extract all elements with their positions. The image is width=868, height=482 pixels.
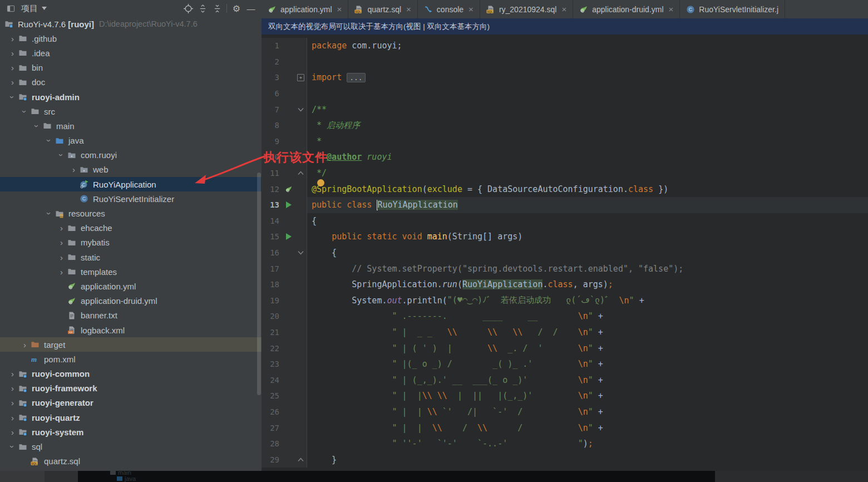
code-line-28[interactable]: 28 " ''-' `'-' `-..-' "); [262, 436, 868, 452]
gear-icon[interactable]: ⚙ [229, 2, 244, 15]
code-text[interactable]: " | (_,_).' __ ___(_ o _)' \n" + [307, 372, 868, 388]
code-line-6[interactable]: 6 [262, 86, 868, 102]
chevron-collapsed-icon[interactable]: › [7, 63, 18, 72]
code-text[interactable]: " ''-' `'-' `-..-' "); [307, 436, 868, 452]
tab-application.yml[interactable]: application.yml× [262, 0, 348, 18]
code-text[interactable]: @SpringBootApplication(exclude = { DataS… [307, 181, 868, 197]
fold-open-icon[interactable] [298, 250, 304, 255]
code-text[interactable]: " | |\\ \\ | || |(_,_)' \n" + [307, 388, 868, 404]
run-gutter-icon[interactable] [286, 201, 292, 208]
code-editor[interactable]: 1package com.ruoyi;23+import ...67/**8 *… [262, 35, 868, 468]
code-line-13[interactable]: 13public class RuoYiApplication [262, 197, 868, 213]
code-line-22[interactable]: 22 " | ( ' ) | \\ _. / ' \n" + [262, 340, 868, 356]
code-text[interactable]: * 启动程序 [307, 117, 868, 134]
tree-root-row[interactable]: RuoYi-v4.7.6 [ruoyi]D:\ideaproject\RuoYi… [0, 17, 262, 31]
code-text[interactable]: " .-------. ____ __ \n" + [307, 308, 868, 324]
tab-quartz.sql[interactable]: SQLquartz.sql× [348, 0, 417, 18]
project-panel-title[interactable]: 项目 [21, 3, 38, 14]
chevron-collapsed-icon[interactable]: › [56, 268, 67, 276]
tree-item-sql[interactable]: ›sql [0, 439, 262, 454]
chevron-down-icon[interactable] [40, 2, 48, 15]
tree-item-ruoyi-generator[interactable]: ›ruoyi-generator [0, 396, 262, 410]
tree-item-ruoyi-common[interactable]: ›ruoyi-common [0, 367, 262, 381]
tree-item-application-druid.yml[interactable]: application-druid.yml [0, 294, 262, 308]
chevron-expanded-icon[interactable]: › [21, 106, 29, 117]
code-line-23[interactable]: 23 " |(_ o _) / _( )_ .' \n" + [262, 356, 868, 372]
code-line-11[interactable]: 11 */ [262, 165, 868, 181]
code-line-1[interactable]: 1package com.ruoyi; [262, 38, 868, 54]
chevron-expanded-icon[interactable]: › [45, 135, 53, 146]
chevron-expanded-icon[interactable]: › [45, 208, 53, 219]
code-line-8[interactable]: 8 * 启动程序 [262, 117, 868, 134]
tree-item-target[interactable]: ›target [0, 337, 262, 352]
chevron-collapsed-icon[interactable]: › [7, 78, 18, 86]
locate-file-icon[interactable] [181, 2, 195, 15]
code-text[interactable]: { [307, 213, 868, 229]
code-text[interactable]: " | ( ' ) | \\ _. / ' \n" + [307, 340, 868, 356]
tree-item-.github[interactable]: ›.github [0, 31, 262, 46]
code-line-15[interactable]: 15 public static void main(String[] args… [262, 229, 868, 245]
tree-item-.idea[interactable]: ›.idea [0, 46, 262, 60]
collapse-all-icon[interactable] [210, 2, 224, 15]
close-icon[interactable]: × [337, 6, 342, 13]
code-text[interactable]: import ... [307, 70, 868, 86]
code-text[interactable]: */ [307, 165, 868, 181]
code-text[interactable] [307, 54, 868, 70]
code-text[interactable]: " | _ _ \\ \\ \\ / / \n" + [307, 324, 868, 341]
code-text[interactable]: " | | \\ `' /| `-' / \n" + [307, 404, 868, 420]
tree-item-pom.xml[interactable]: mpom.xml [0, 352, 262, 366]
expand-all-icon[interactable] [195, 2, 210, 15]
tree-item-src[interactable]: ›src [0, 104, 262, 119]
hide-panel-icon[interactable]: — [244, 2, 258, 15]
tab-application-druid.yml[interactable]: application-druid.yml× [573, 0, 680, 18]
fold-close-icon[interactable] [298, 171, 304, 175]
code-text[interactable] [307, 86, 868, 102]
chevron-collapsed-icon[interactable]: › [19, 341, 31, 349]
chevron-collapsed-icon[interactable]: › [7, 384, 18, 392]
chevron-expanded-icon[interactable]: › [57, 149, 66, 161]
code-line-19[interactable]: 19 System.out.println("(♥◠‿◠)ﾉﾞ 若依启动成功 ლ… [262, 293, 868, 309]
tab-console[interactable]: console× [418, 0, 480, 18]
spring-gutter-icon[interactable] [285, 185, 293, 193]
code-text[interactable]: { [307, 245, 868, 261]
code-text[interactable]: * @author ruoyi [307, 149, 868, 165]
chevron-collapsed-icon[interactable]: › [7, 428, 18, 436]
code-text[interactable]: * [307, 134, 868, 150]
chevron-collapsed-icon[interactable]: › [7, 49, 18, 57]
code-line-12[interactable]: 12@SpringBootApplication(exclude = { Dat… [262, 181, 868, 197]
code-line-3[interactable]: 3+import ... [262, 70, 868, 86]
chevron-expanded-icon[interactable]: › [33, 120, 41, 132]
tree-item-java[interactable]: ›java [0, 134, 262, 148]
run-gutter-icon[interactable] [286, 233, 292, 240]
code-line-17[interactable]: 17 // System.setProperty("spring.devtool… [262, 260, 868, 277]
code-text[interactable]: /** [307, 101, 868, 117]
code-text[interactable]: " |(_ o _) / _( )_ .' \n" + [307, 356, 868, 372]
close-icon[interactable]: × [561, 6, 566, 13]
code-line-24[interactable]: 24 " | (_,_).' __ ___(_ o _)' \n" + [262, 372, 868, 388]
chevron-collapsed-icon[interactable]: › [56, 224, 67, 232]
tree-item-quartz.sql[interactable]: SQLquartz.sql [0, 454, 262, 469]
chevron-collapsed-icon[interactable]: › [56, 253, 67, 262]
fold-open-icon[interactable] [298, 107, 304, 112]
tree-item-resources[interactable]: ›resources [0, 206, 262, 220]
tree-item-bin[interactable]: ›bin [0, 61, 262, 75]
tree-item-static[interactable]: ›static [0, 250, 262, 264]
code-line-25[interactable]: 25 " | |\\ \\ | || |(_,_)' \n" + [262, 388, 868, 404]
code-text[interactable]: " | | \\ / \\ / \n" + [307, 420, 868, 436]
code-text[interactable]: public class RuoYiApplication [307, 197, 868, 213]
tree-scrollbar[interactable] [257, 173, 261, 395]
intention-bulb-icon[interactable] [317, 179, 324, 186]
tree-item-doc[interactable]: ›doc [0, 75, 262, 90]
tree-item-main[interactable]: ›main [0, 119, 262, 133]
tree-item-ruoyi-framework[interactable]: ›ruoyi-framework [0, 381, 262, 396]
tree-item-ruoyi-admin[interactable]: ›ruoyi-admin [0, 90, 262, 104]
code-line-29[interactable]: 29 } [262, 451, 868, 468]
chevron-collapsed-icon[interactable]: › [7, 399, 18, 407]
tree-item-banner.txt[interactable]: banner.txt [0, 308, 262, 323]
code-text[interactable]: public static void main(String[] args) [307, 229, 868, 245]
close-icon[interactable]: × [468, 6, 474, 13]
tree-item-mybatis[interactable]: ›mybatis [0, 235, 262, 250]
code-line-27[interactable]: 27 " | | \\ / \\ / \n" + [262, 420, 868, 436]
code-line-10[interactable]: 10 * @author ruoyi [262, 149, 868, 165]
chevron-collapsed-icon[interactable]: › [56, 238, 67, 247]
